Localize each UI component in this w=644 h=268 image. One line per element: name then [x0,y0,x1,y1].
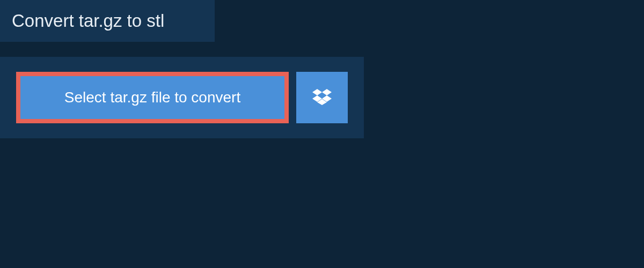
page-title-tab: Convert tar.gz to stl [0,0,215,42]
dropbox-icon [312,87,332,108]
dropbox-button[interactable] [296,72,348,123]
page-title-text: Convert tar.gz to stl [12,11,164,31]
select-file-button[interactable]: Select tar.gz file to convert [16,72,289,123]
select-file-button-label: Select tar.gz file to convert [64,89,240,106]
upload-panel: Select tar.gz file to convert [0,57,364,138]
